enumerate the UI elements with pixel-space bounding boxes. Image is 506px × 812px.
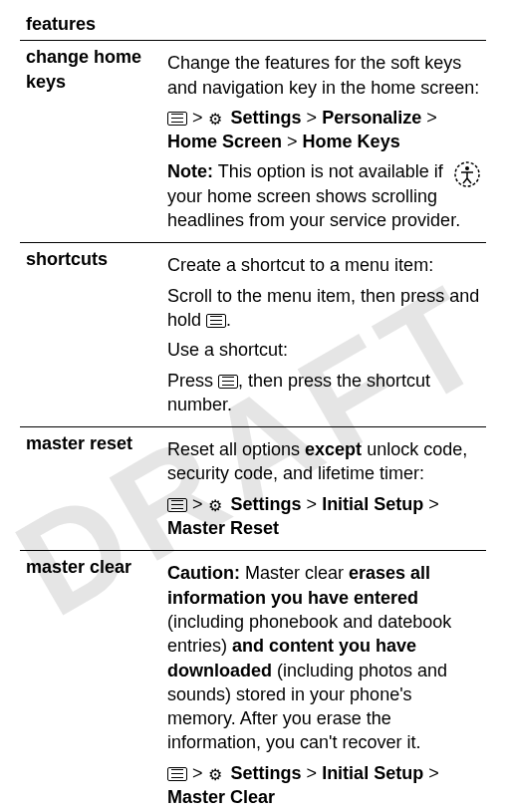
text: Reset all options except unlock code, se… [167,437,480,486]
row-master-clear: master clear Caution: Master clear erase… [20,551,486,812]
path-settings: Settings [231,108,302,128]
separator: > [426,108,437,128]
separator: > [287,132,298,151]
menu-key-icon [167,767,187,781]
path-master-clear: Master Clear [167,787,275,807]
desc-master-clear: Caution: Master clear erases all informa… [161,551,486,812]
separator: > [192,494,203,514]
path-home-screen: Home Screen [167,132,282,151]
path-initial-setup: Initial Setup [322,763,423,783]
text-bold: except [305,439,362,459]
text-part: Reset all options [167,439,305,459]
path-initial-setup: Initial Setup [322,494,423,514]
path-settings: Settings [231,763,302,783]
settings-icon [208,497,226,513]
text: Change the features for the soft keys an… [167,51,480,100]
menu-path: > Settings > Initial Setup > Master Clea… [167,761,480,810]
menu-path: > Settings > Initial Setup > Master Rese… [167,492,480,541]
text: Scroll to the menu item, then press and … [167,284,480,333]
separator: > [307,108,318,128]
row-change-home-keys: change home keys Change the features for… [20,41,486,243]
text-part: Master clear [240,563,349,583]
features-table: features change home keys Change the fea… [20,8,486,812]
separator: > [192,763,203,783]
caution-text: Caution: Master clear erases all informa… [167,561,480,754]
separator: > [192,108,203,128]
separator: > [428,494,439,514]
path-master-reset: Master Reset [167,518,279,538]
text-part: . [226,310,231,330]
desc-change-home-keys: Change the features for the soft keys an… [161,41,486,243]
label-master-clear: master clear [20,551,161,812]
desc-shortcuts: Create a shortcut to a menu item: Scroll… [161,243,486,427]
text: Press , then press the shortcut number. [167,369,480,417]
text-part: Press [167,371,218,391]
separator: > [428,763,439,783]
caution-label: Caution: [167,563,240,583]
menu-key-icon [218,375,238,389]
text: Use a shortcut: [167,338,480,362]
menu-key-icon [167,112,187,126]
label-change-home-keys: change home keys [20,41,161,243]
label-shortcuts: shortcuts [20,243,161,427]
label-master-reset: master reset [20,427,161,551]
separator: > [307,763,318,783]
table-header-row: features [20,8,486,41]
path-personalize: Personalize [322,108,421,128]
svg-point-1 [465,166,469,170]
accessibility-icon [454,161,480,193]
settings-icon [208,766,226,782]
desc-master-reset: Reset all options except unlock code, se… [161,427,486,551]
separator: > [307,494,318,514]
menu-key-icon [167,498,187,512]
note-label: Note: [167,161,213,181]
page-content: features change home keys Change the fea… [0,0,506,812]
settings-icon [208,111,226,127]
path-settings: Settings [231,494,302,514]
row-master-reset: master reset Reset all options except un… [20,427,486,551]
menu-path: > Settings > Personalize > Home Screen >… [167,106,480,154]
text: Create a shortcut to a menu item: [167,253,480,277]
row-shortcuts: shortcuts Create a shortcut to a menu it… [20,243,486,427]
features-header: features [20,8,486,41]
path-home-keys: Home Keys [303,132,400,151]
menu-key-icon [206,314,226,328]
note: Note: This option is not available if yo… [167,159,480,232]
